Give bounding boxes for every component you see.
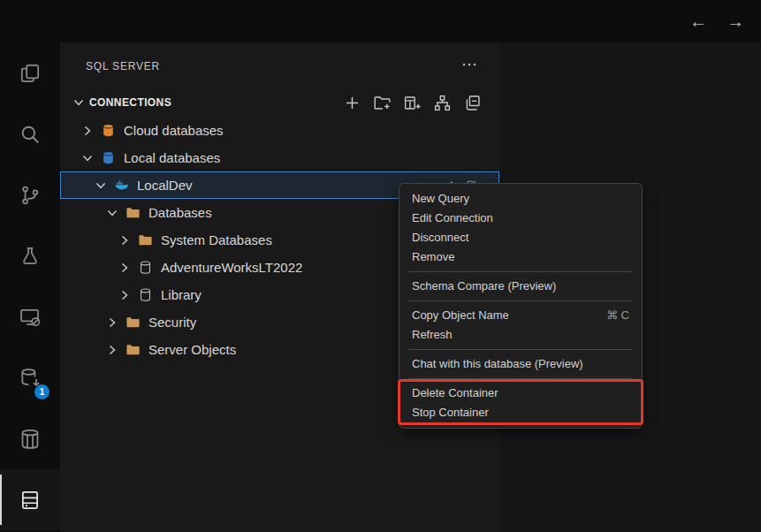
menu-item-label: Copy Object Name	[412, 306, 509, 325]
menu-item-disconnect[interactable]: Disconnect	[400, 228, 642, 247]
menu-separator	[408, 378, 633, 379]
activitybar-remote-explorer[interactable]	[0, 286, 60, 347]
docker-whale-icon	[114, 178, 129, 193]
branch-icon	[19, 184, 42, 207]
server-icon	[19, 489, 42, 512]
database-icon	[138, 260, 153, 275]
tree-item-label: System Databases	[161, 232, 272, 247]
sidebar-header: SQL SERVER ⋯	[60, 42, 499, 90]
activitybar-source-control[interactable]	[0, 164, 60, 225]
database-icon	[138, 287, 153, 302]
forward-arrow-icon[interactable]: →	[724, 11, 747, 32]
chevron-right-icon[interactable]	[118, 288, 132, 302]
connect-to-server-icon[interactable]	[433, 94, 452, 112]
tree-item-local-databases[interactable]: Local databases	[60, 144, 499, 171]
chevron-down-icon[interactable]	[105, 206, 119, 220]
tree-item-label: Library	[161, 287, 202, 302]
menu-item-refresh[interactable]: Refresh	[400, 325, 642, 345]
container-barrel-icon	[19, 428, 42, 451]
section-toolbar	[343, 94, 482, 112]
more-actions-icon[interactable]: ⋯	[461, 55, 478, 74]
tree-item-label: LocalDev	[137, 178, 193, 193]
database-blue-icon	[101, 150, 116, 165]
menu-item-new-query[interactable]: New Query	[400, 189, 642, 209]
menu-item-copy-object-name[interactable]: Copy Object Name ⌘ C	[400, 306, 642, 325]
back-arrow-icon[interactable]: ←	[687, 11, 710, 32]
chevron-right-icon[interactable]	[118, 233, 132, 247]
activitybar-explorer[interactable]	[0, 42, 60, 103]
activitybar-database-projects[interactable]: 1	[0, 347, 60, 408]
tree-item-label: Local databases	[124, 150, 220, 165]
activitybar-containers[interactable]	[0, 408, 60, 469]
activitybar-testing[interactable]	[0, 225, 60, 286]
chevron-down-icon[interactable]	[80, 151, 95, 165]
search-icon	[19, 123, 42, 146]
menu-item-stop-container[interactable]: Stop Container	[400, 403, 642, 422]
tree-item-label: AdventureWorksLT2022	[161, 260, 302, 275]
menu-item-edit-connection[interactable]: Edit Connection	[400, 209, 642, 228]
chevron-down-icon	[72, 95, 86, 110]
context-menu: New Query Edit Connection Disconnect Rem…	[399, 183, 643, 429]
chevron-right-icon[interactable]	[80, 124, 95, 138]
new-deployment-icon[interactable]	[403, 94, 422, 112]
menu-item-schema-compare[interactable]: Schema Compare (Preview)	[400, 277, 642, 296]
collapse-all-icon[interactable]	[463, 94, 482, 112]
database-orange-icon	[101, 123, 116, 138]
add-connection-icon[interactable]	[343, 94, 361, 112]
new-connection-group-icon[interactable]	[373, 94, 392, 112]
screen-disconnect-icon	[19, 306, 42, 329]
menu-separator	[408, 349, 633, 350]
copy-icon	[19, 62, 42, 85]
folder-icon	[138, 232, 153, 247]
menu-shortcut: ⌘ C	[606, 306, 629, 325]
connections-section-header[interactable]: CONNECTIONS	[60, 90, 499, 115]
tree-item-cloud-databases[interactable]: Cloud databases	[60, 117, 499, 144]
chevron-right-icon[interactable]	[105, 315, 119, 330]
nav-history: ← →	[687, 0, 747, 42]
notification-badge: 1	[34, 384, 49, 399]
menu-separator	[408, 271, 633, 272]
chevron-right-icon[interactable]	[118, 261, 132, 275]
activitybar-search[interactable]	[0, 103, 60, 164]
folder-icon	[126, 342, 141, 357]
section-label: CONNECTIONS	[89, 96, 171, 109]
chevron-right-icon[interactable]	[105, 343, 119, 357]
activitybar-sql-server[interactable]	[0, 469, 60, 530]
menu-item-remove[interactable]: Remove	[400, 247, 642, 267]
activity-bar: 1	[0, 42, 60, 532]
tree-item-label: Server Objects	[148, 342, 236, 357]
flask-icon	[19, 245, 42, 268]
menu-item-delete-container[interactable]: Delete Container	[400, 384, 642, 403]
tree-item-label: Cloud databases	[124, 123, 224, 138]
chevron-down-icon[interactable]	[94, 179, 108, 193]
folder-icon	[126, 315, 141, 330]
tree-item-label: Databases	[148, 205, 212, 220]
menu-item-chat-with-database[interactable]: Chat with this database (Preview)	[400, 354, 642, 374]
sidebar-title: SQL SERVER	[86, 60, 160, 72]
titlebar: ← →	[0, 0, 761, 42]
folder-icon	[126, 205, 141, 220]
menu-separator	[408, 300, 633, 301]
tree-item-label: Security	[148, 315, 196, 330]
